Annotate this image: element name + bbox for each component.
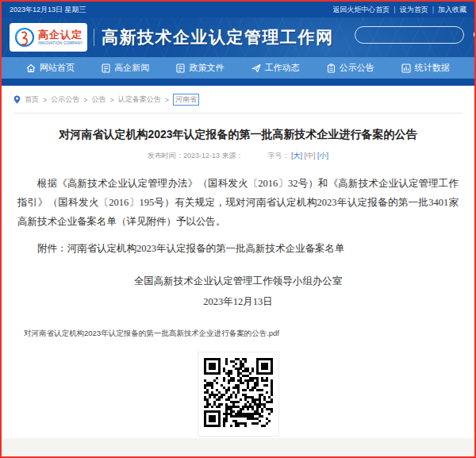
qr-code: [204, 358, 273, 427]
article-body: 根据《高新技术企业认定管理办法》（国科发火〔2016〕32号）和《高新技术企业认…: [17, 174, 459, 232]
breadcrumb-notice[interactable]: 公告: [92, 94, 106, 105]
nav-item-announcements[interactable]: 公示公告: [327, 62, 374, 74]
attachment-line: 附件：河南省认定机构2023年认定报备的第一批高新技术企业备案名单: [17, 242, 459, 256]
header-bottom-strip: [2, 79, 474, 86]
home-icon: [26, 64, 36, 73]
logo-text: 高企认定 INNOVATION COMPANY: [38, 29, 83, 44]
pdf-attachment-link[interactable]: 对河南省认定机构2023年认定报备的第一批高新技术企业进行备案的公告.pdf: [24, 329, 474, 339]
nav-item-news[interactable]: 高企新闻: [102, 62, 149, 74]
document-icon: [176, 64, 185, 73]
fontsize-large-button[interactable]: [大]: [291, 152, 302, 160]
nav-item-home[interactable]: 网站首页: [26, 62, 75, 74]
main-nav: 网站首页 高企新闻 政策文件 工作动态 公示公告 统计数据: [2, 57, 474, 79]
article-meta: 发布时间：2023-12-13 来源： 字号： [大] [中] [小]: [2, 151, 474, 161]
nav-label: 公示公告: [340, 62, 374, 74]
breadcrumb-separator: >: [110, 96, 114, 104]
set-homepage-link[interactable]: 设为首页: [400, 5, 428, 15]
location-pin-icon: [13, 95, 21, 104]
qr-frame: [198, 352, 279, 437]
breadcrumb-divider: [13, 113, 463, 114]
site-header: 高企认定 INNOVATION COMPANY 高新技术企业认定管理工作网: [2, 17, 474, 57]
nav-label: 统计数据: [415, 62, 450, 74]
breadcrumb: 首页 > 公示公告 > 公告 > 认定备案公告 > 河南省: [13, 94, 463, 106]
nav-label: 网站首页: [40, 62, 75, 74]
logo-subtitle: INNOVATION COMPANY: [38, 41, 83, 45]
top-utility-bar: 2023年12月13日 星期三 返回火炬中心首页 | 设为首页 | 加入收藏: [2, 2, 474, 17]
send-icon: [251, 64, 261, 73]
breadcrumb-henan[interactable]: 河南省: [173, 94, 199, 106]
breadcrumb-separator: >: [165, 96, 169, 104]
separator: |: [393, 6, 395, 13]
search-input[interactable]: [355, 27, 473, 43]
nav-item-policy[interactable]: 政策文件: [176, 62, 224, 74]
add-favorite-link[interactable]: 加入收藏: [438, 5, 466, 15]
search-icon[interactable]: [473, 30, 476, 40]
page-footer: [2, 438, 474, 456]
nav-label: 工作动态: [265, 62, 300, 74]
fontsize-small-button[interactable]: [小]: [317, 152, 328, 160]
breadcrumb-separator: >: [83, 96, 87, 104]
breadcrumb-announcements[interactable]: 公示公告: [51, 94, 79, 105]
fontsize-medium-button[interactable]: [中]: [305, 152, 316, 160]
breadcrumb-separator: >: [43, 96, 47, 104]
fontsize-label: 字号：: [267, 152, 289, 160]
torch-center-home-link[interactable]: 返回火炬中心首页: [332, 5, 390, 15]
page: { "topbar": { "date": "2023年12月13日 星期三",…: [0, 0, 476, 458]
issue-date: 2023年12月13日: [2, 295, 474, 309]
utility-links: 返回火炬中心首页 | 设为首页 | 加入收藏: [332, 5, 466, 15]
logo-title: 高企认定: [38, 29, 83, 40]
header-divider: [94, 29, 94, 46]
current-date: 2023年12月13日 星期三: [10, 5, 86, 15]
nav-item-updates[interactable]: 工作动态: [251, 62, 300, 74]
logo-icon: [13, 26, 36, 48]
issuing-office: 全国高新技术企业认定管理工作领导小组办公室: [2, 275, 474, 288]
news-icon: [102, 64, 110, 73]
publish-info: 发布时间：2023-12-13 来源：: [148, 152, 244, 160]
clipboard-icon: [327, 64, 336, 73]
nav-label: 高企新闻: [114, 62, 149, 74]
breadcrumb-home[interactable]: 首页: [25, 94, 39, 105]
nav-label: 政策文件: [189, 62, 224, 74]
site-logo[interactable]: 高企认定 INNOVATION COMPANY: [10, 23, 87, 52]
nav-item-statistics[interactable]: 统计数据: [401, 62, 450, 74]
breadcrumb-record-notice[interactable]: 认定备案公告: [118, 94, 161, 105]
separator: |: [432, 6, 434, 13]
article-title: 对河南省认定机构2023年认定报备的第一批高新技术企业进行备案的公告: [25, 127, 451, 143]
chart-icon: [401, 64, 411, 73]
site-title: 高新技术企业认定管理工作网: [102, 26, 334, 48]
search-box: [355, 26, 464, 44]
